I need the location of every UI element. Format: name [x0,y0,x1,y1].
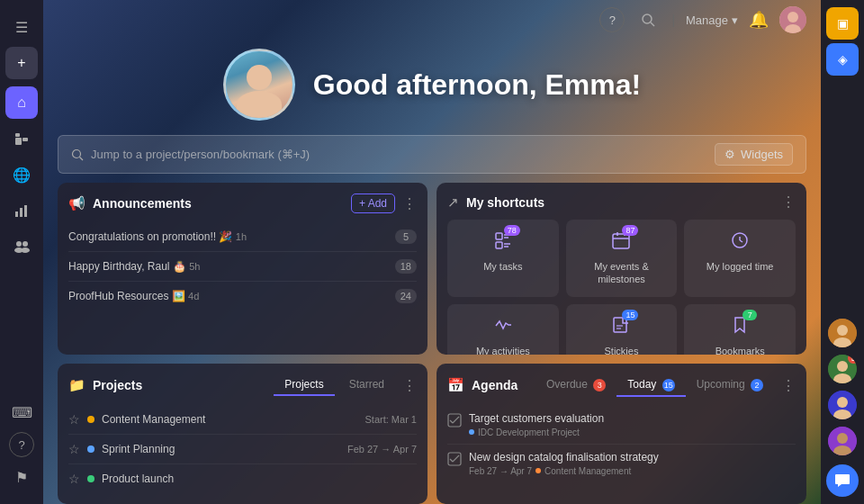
help-icon[interactable]: ? [599,7,625,32]
widgets-button[interactable]: ⚙ Widgets [715,143,793,166]
shortcut-bookmarks[interactable]: 7 Bookmarks [684,304,796,355]
project-name-2: Sprint Planning [102,443,340,455]
rs-avatar-1[interactable] [828,319,857,347]
shortcut-activities[interactable]: My activities [447,304,559,355]
tab-projects[interactable]: Projects [274,374,334,396]
project-name-1: Content Management [102,413,358,426]
logged-icon [730,230,750,255]
star-icon-1[interactable]: ☆ [68,412,80,427]
hero-avatar [223,49,295,121]
search-placeholder: Jump to a project/person/bookmark (⌘+J) [91,148,707,161]
add-label: + Add [359,197,387,210]
shortcuts-header: ↗ My shortcuts ⋮ [447,194,796,211]
rs-avatar-3[interactable] [828,391,857,419]
agenda-list: Target customers evaluation IDC Developm… [447,406,796,482]
svg-line-38 [453,455,459,462]
shortcut-stickies[interactable]: 15 Stickies [566,304,678,355]
content-grid: 📢 Announcements + Add ⋮ Congratulations … [58,183,806,504]
project-date-2: Feb 27 → Apr 7 [347,444,417,454]
agenda-card: 📅 Agenda Overdue 3 Today 15 Upcoming 2 ⋮… [436,364,806,504]
search-bar[interactable]: Jump to a project/person/bookmark (⌘+J) … [58,135,806,174]
svg-point-9 [21,248,30,253]
svg-rect-20 [496,242,502,248]
notifications-bell[interactable]: 🔔 [749,10,769,30]
proj-dot-1 [469,429,474,435]
shortcuts-card: ↗ My shortcuts ⋮ 78 My tasks 87 [436,183,806,355]
announcements-add-button[interactable]: + Add [351,194,395,213]
star-icon-2[interactable]: ☆ [68,442,80,456]
svg-point-40 [837,325,848,336]
sidebar-keyboard[interactable]: ⌨ [5,396,38,428]
sidebar-flag[interactable]: ⚑ [5,461,38,493]
tab-upcoming[interactable]: Upcoming 2 [686,374,774,397]
rs-panel-yellow[interactable]: ▣ [826,7,859,40]
widgets-icon: ⚙ [724,148,735,161]
rs-chat-button[interactable] [826,464,859,497]
agenda-content-2: New design catalog finalisation strategy… [469,451,796,476]
ann-count-2: 18 [395,259,417,274]
agenda-content-1: Target customers evaluation IDC Developm… [469,412,796,437]
project-item-2[interactable]: ☆ Sprint Planning Feb 27 → Apr 7 [68,435,417,464]
svg-rect-0 [15,138,22,145]
sidebar-chart[interactable] [5,194,38,227]
svg-point-10 [643,14,652,23]
agenda-title-2: New design catalog finalisation strategy [469,451,796,464]
sidebar-globe[interactable]: 🌐 [5,158,38,191]
project-dot-1 [87,416,94,423]
sidebar-home[interactable]: ⌂ [5,86,38,119]
sidebar-projects[interactable] [5,122,38,155]
agenda-item-2[interactable]: New design catalog finalisation strategy… [447,445,796,482]
shortcut-tasks[interactable]: 78 My tasks [447,220,559,297]
megaphone-icon: 📢 [68,195,86,212]
tasks-label: My tasks [483,260,522,273]
announcement-item-2[interactable]: Happy Birthday, Raul 🎂 5h 18 [68,252,417,282]
stickies-icon: 15 [611,315,631,339]
rs-panel-blue[interactable]: ◈ [826,43,859,76]
announcements-title: Announcements [93,196,344,211]
svg-point-7 [22,241,28,247]
activities-icon [493,315,513,339]
announcements-menu[interactable]: ⋮ [402,195,417,212]
projects-tabs: Projects Starred [248,374,395,396]
events-label: My events & milestones [573,260,670,286]
tab-starred[interactable]: Starred [338,374,395,396]
shortcuts-title: My shortcuts [466,195,774,210]
bookmarks-icon: 7 [730,315,750,339]
sidebar-people[interactable] [5,230,38,263]
projects-menu[interactable]: ⋮ [402,377,417,394]
sidebar-help[interactable]: ? [9,432,34,457]
shortcut-events[interactable]: 87 My events & milestones [566,220,678,297]
agenda-item-1[interactable]: Target customers evaluation IDC Developm… [447,406,796,445]
project-item-1[interactable]: ☆ Content Management Start: Mar 1 [68,405,417,435]
tasks-icon: 78 [493,230,513,255]
shortcut-logged[interactable]: My logged time [684,220,796,297]
agenda-tabs: Overdue 3 Today 15 Upcoming 2 [536,374,774,397]
tab-overdue[interactable]: Overdue 3 [536,374,616,397]
agenda-project-2: Feb 27 → Apr 7 Content Management [469,466,796,476]
projects-title: Projects [93,378,240,392]
search-icon[interactable] [635,7,661,32]
user-avatar[interactable] [779,6,806,33]
sidebar-menu[interactable]: ☰ [5,11,38,43]
ann-text-3: ProofHub Resources 🖼️ 4d [68,290,388,302]
announcement-item-3[interactable]: ProofHub Resources 🖼️ 4d 24 [68,282,417,310]
tab-today[interactable]: Today 15 [616,374,685,397]
sidebar-add[interactable]: + [5,47,38,79]
rs-avatar-2[interactable]: 5 [828,355,857,383]
bookmarks-label: Bookmarks [716,345,765,355]
svg-point-49 [837,433,848,444]
sidebar: ☰ + ⌂ 🌐 ⌨ ? ⚑ [0,0,43,504]
project-item-3[interactable]: ☆ Product launch [68,464,417,493]
announcements-header: 📢 Announcements + Add ⋮ [68,194,417,213]
star-icon-3[interactable]: ☆ [68,472,80,486]
svg-point-43 [837,361,848,372]
project-date-1: Start: Mar 1 [365,414,417,425]
agenda-menu[interactable]: ⋮ [781,377,796,394]
rs-avatar-4[interactable] [828,427,857,455]
manage-button[interactable]: Manage ▾ [686,14,738,27]
announcements-card: 📢 Announcements + Add ⋮ Congratulations … [58,183,428,355]
shortcuts-menu[interactable]: ⋮ [781,194,796,211]
svg-line-34 [450,420,453,423]
announcement-item-1[interactable]: Congratulations on promotion!! 🎉 1h 5 [68,222,417,252]
folder-icon: 📁 [68,377,86,393]
